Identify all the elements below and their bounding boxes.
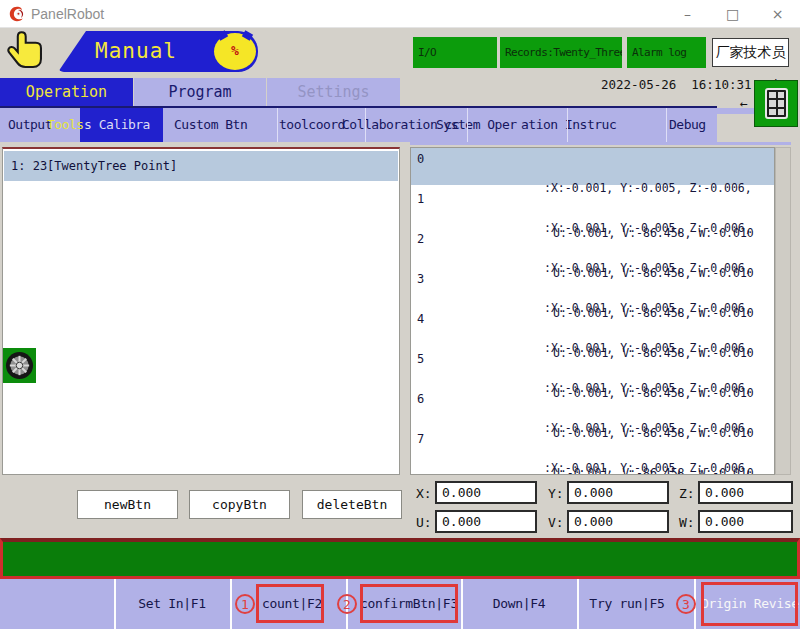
subtab-separator xyxy=(467,108,468,142)
tab-program[interactable]: Program xyxy=(134,78,266,106)
new-button[interactable]: newBtn xyxy=(77,490,178,519)
app-logo-icon xyxy=(8,5,26,23)
speed-gear-icon[interactable]: % xyxy=(214,33,256,70)
maximize-button[interactable]: □ xyxy=(710,0,755,28)
coord-label-u: U: xyxy=(416,515,432,530)
hand-mode-icon xyxy=(6,30,46,74)
copy-button[interactable]: copyBtn xyxy=(189,490,290,519)
point-index: 2 xyxy=(417,232,424,246)
subtab-system-operation[interactable]: System Oper xyxy=(436,108,517,142)
point-row[interactable]: 6 :X:-0.001, Y:-0.005, Z:-0.006, U:-0.00… xyxy=(411,388,774,426)
point-index: 3 xyxy=(417,272,424,286)
panel-top-divider xyxy=(410,142,791,145)
subtab-output[interactable]: Output xyxy=(8,108,52,142)
point-group-item-selected[interactable]: 1: 23[TwentyTree Point] xyxy=(4,151,398,181)
point-row[interactable]: 4 :X:-0.001, Y:-0.005, Z:-0.006, U:-0.00… xyxy=(411,308,774,346)
alarm-log-button[interactable]: Alarm log xyxy=(627,37,706,68)
point-row[interactable]: 0 :X:-0.001, Y:-0.005, Z:-0.006, U:-0.00… xyxy=(411,148,774,185)
coord-label-y: Y: xyxy=(548,486,564,501)
coord-input-u[interactable] xyxy=(435,510,537,533)
coord-label-w: W: xyxy=(679,515,695,530)
gear-notch xyxy=(242,30,253,41)
set-in-f1-button[interactable]: Set In|F1 xyxy=(114,579,230,629)
subtab-calibra-label[interactable]: s Calibra xyxy=(84,108,150,142)
point-coordinates-list: 0 :X:-0.001, Y:-0.005, Z:-0.006, U:-0.00… xyxy=(410,147,775,475)
point-index: 1 xyxy=(417,192,424,206)
point-index: 6 xyxy=(417,392,424,406)
point-list-scrollbar[interactable] xyxy=(775,147,791,475)
coord-input-w[interactable] xyxy=(698,510,793,533)
point-row[interactable]: 2 :X:-0.001, Y:-0.005, Z:-0.006, U:-0.00… xyxy=(411,228,774,266)
tab-settings[interactable]: Settings xyxy=(267,78,400,106)
point-row[interactable]: 7 :X:-0.001, Y:-0.005, Z:-0.006, U:-0.00… xyxy=(411,428,774,466)
keypad-button[interactable] xyxy=(754,80,798,127)
jog-wheel-icon[interactable] xyxy=(3,348,36,383)
subtab-toolcoord[interactable]: toolcoord xyxy=(279,108,345,142)
coord-input-z[interactable] xyxy=(698,481,793,504)
annotation-circle-1: 1 xyxy=(235,594,255,614)
down-f4-button[interactable]: Down|F4 xyxy=(461,579,577,629)
point-index: 5 xyxy=(417,352,424,366)
subtab-debug[interactable]: Debug xyxy=(669,108,706,142)
subtab-separator xyxy=(277,108,278,142)
annotation-box-count xyxy=(256,584,324,623)
delete-button[interactable]: deleteBtn xyxy=(302,490,402,519)
speed-percent-symbol: % xyxy=(214,43,256,58)
point-line1: :X:-0.001, Y:-0.005, Z:-0.006, xyxy=(544,461,754,475)
try-run-f5-button[interactable]: Try run|F5 xyxy=(577,579,677,629)
minimize-button[interactable]: – xyxy=(665,0,710,28)
app-title: PanelRobot xyxy=(31,6,104,22)
tab-operation[interactable]: Operation xyxy=(0,78,133,106)
point-index: 4 xyxy=(417,312,424,326)
mode-label: Manual xyxy=(58,31,214,72)
subtab-separator xyxy=(666,108,667,142)
bottombar-separator xyxy=(230,579,232,629)
point-index: 7 xyxy=(417,432,424,446)
coord-input-v[interactable] xyxy=(567,510,669,533)
coord-label-x: X: xyxy=(416,486,432,501)
coord-input-x[interactable] xyxy=(435,481,537,504)
coord-label-v: V: xyxy=(548,515,564,530)
annotation-circle-2: 2 xyxy=(337,594,357,614)
annotation-box-origin xyxy=(701,582,798,626)
close-button[interactable]: × xyxy=(755,0,800,28)
titlebar: PanelRobot – □ × xyxy=(0,0,800,28)
io-button[interactable]: I/O xyxy=(413,37,497,68)
coord-input-y[interactable] xyxy=(567,481,669,504)
tabstrip-extension xyxy=(717,108,754,114)
point-group-list: 1: 23[TwentyTree Point] xyxy=(2,147,400,475)
point-row[interactable]: 1 :X:-0.001, Y:-0.005, Z:-0.006, U:-0.00… xyxy=(411,188,774,226)
subtab-tools-overlay-label[interactable]: Tools xyxy=(47,108,84,142)
sub-tabbar: Output Tools s Calibra Custom Btn toolco… xyxy=(0,108,717,142)
coord-label-z: Z: xyxy=(679,486,695,501)
keypad-icon xyxy=(765,88,788,119)
subtab-separator xyxy=(365,108,366,142)
point-values: :X:-0.001, Y:-0.005, Z:-0.006, U:-0.001,… xyxy=(544,431,754,475)
annotation-circle-3: 3 xyxy=(676,594,696,614)
point-index: 0 xyxy=(417,152,424,166)
point-row[interactable]: 3 :X:-0.001, Y:-0.005, Z:-0.006, U:-0.00… xyxy=(411,268,774,306)
user-role-button[interactable]: 厂家技术员 xyxy=(712,38,789,67)
keypad-arrow-icon: ← xyxy=(740,96,748,111)
subtab-operation-instruction[interactable]: ation Instruc xyxy=(521,108,616,142)
records-button[interactable]: Records:Twenty_Three xyxy=(500,37,622,68)
point-row[interactable]: 5 :X:-0.001, Y:-0.005, Z:-0.006, U:-0.00… xyxy=(411,348,774,386)
status-message-bar xyxy=(0,538,800,579)
panelrobot-window: PanelRobot – □ × Manual % I/O Records:Tw… xyxy=(0,0,800,629)
subtab-custom-btn[interactable]: Custom Btn xyxy=(174,108,247,142)
subtab-separator xyxy=(567,108,568,142)
annotation-box-confirm xyxy=(360,584,458,623)
